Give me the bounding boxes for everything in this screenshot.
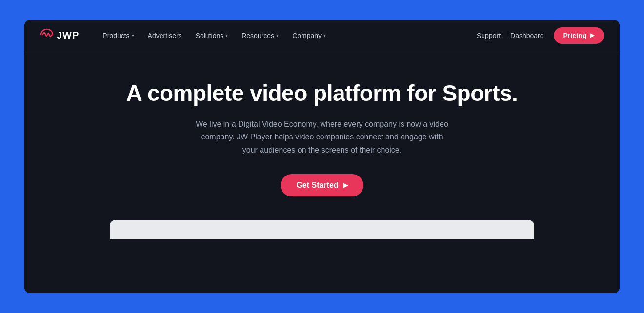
nav-item-solutions[interactable]: Solutions ▾	[190, 28, 234, 43]
logo[interactable]: JWP	[40, 28, 79, 43]
pricing-button[interactable]: Pricing ▶	[554, 27, 604, 44]
get-started-button[interactable]: Get Started ▶	[281, 174, 363, 196]
nav-item-company[interactable]: Company ▾	[286, 28, 332, 43]
nav-links: Products ▾ Advertisers Solutions ▾ Resou…	[97, 28, 477, 43]
nav-right: Support Dashboard Pricing ▶	[477, 27, 604, 44]
bottom-preview-card	[110, 220, 534, 239]
nav-item-products[interactable]: Products ▾	[97, 28, 140, 43]
support-link[interactable]: Support	[477, 32, 501, 39]
hero-section: A complete video platform for Sports. We…	[24, 51, 620, 293]
chevron-down-icon: ▾	[132, 33, 134, 38]
logo-wordmark: JWP	[57, 30, 79, 41]
hero-subtitle: We live in a Digital Video Economy, wher…	[195, 118, 449, 156]
hero-title: A complete video platform for Sports.	[126, 80, 518, 106]
navbar: JWP Products ▾ Advertisers Solutions ▾ R…	[24, 20, 620, 51]
pricing-arrow-icon: ▶	[590, 32, 594, 39]
chevron-down-icon: ▾	[225, 33, 228, 38]
nav-item-resources[interactable]: Resources ▾	[236, 28, 284, 43]
browser-window: JWP Products ▾ Advertisers Solutions ▾ R…	[24, 20, 620, 293]
get-started-arrow-icon: ▶	[343, 182, 348, 189]
chevron-down-icon: ▾	[276, 33, 279, 38]
nav-item-advertisers[interactable]: Advertisers	[142, 28, 188, 43]
dashboard-link[interactable]: Dashboard	[510, 32, 544, 39]
logo-icon	[40, 28, 54, 43]
chevron-down-icon: ▾	[323, 33, 326, 38]
